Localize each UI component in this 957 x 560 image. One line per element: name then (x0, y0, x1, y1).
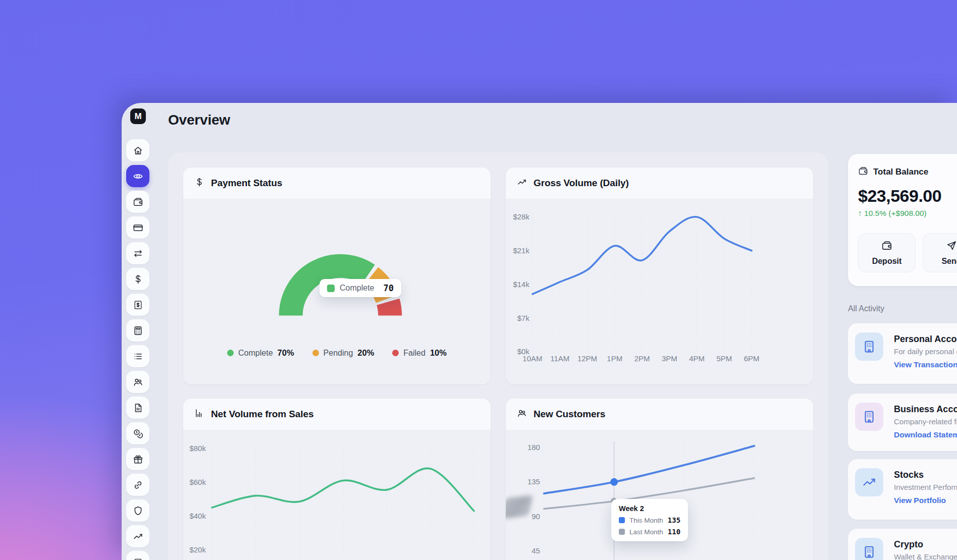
gauge-tooltip-value: 70 (383, 283, 393, 293)
series-label: This Month (629, 517, 663, 524)
total-balance-amount: $23,569.00 (858, 186, 957, 206)
gross-volume-body: $28k$21k$14k$7k$0k10AM11AM12PM1PM2PM3PM4… (506, 199, 813, 384)
laptop-icon (133, 557, 143, 560)
week-tooltip-row: This Month135 (619, 516, 680, 524)
sidebar-item-laptop[interactable] (126, 551, 149, 560)
wallet-icon (133, 197, 143, 207)
series-swatch (619, 529, 625, 535)
building-icon (855, 332, 883, 361)
gauge-tooltip-label: Complete (340, 284, 374, 293)
activity-title: Personal Account (894, 334, 957, 345)
users-icon (133, 377, 143, 387)
activity-text: CryptoWallet & Exchange (894, 536, 957, 560)
list-icon (133, 351, 143, 362)
gauge-tooltip-swatch (327, 285, 335, 292)
coins-icon (133, 428, 143, 439)
deposit-button[interactable]: Deposit (858, 233, 916, 272)
action-label: Deposit (872, 257, 902, 266)
activity-title: Crypto (894, 539, 957, 550)
payment-status-body: Complete 70 Complete70%Pending20%Failed1… (183, 199, 491, 384)
gross-volume-chart[interactable]: $28k$21k$14k$7k$0k10AM11AM12PM1PM2PM3PM4… (506, 199, 813, 384)
gauge-legend: Complete70%Pending20%Failed10% (183, 348, 491, 358)
activity-link[interactable]: Download Statements (894, 430, 957, 439)
trend-icon (133, 531, 143, 542)
svg-text:$7k: $7k (517, 314, 530, 322)
app-logo[interactable]: M (130, 108, 146, 124)
activity-list: Personal AccountFor daily personal expen… (848, 323, 957, 560)
total-balance-change: ↑ 10.5% (+$908.00) (858, 209, 957, 218)
activity-text: Business AccountCompany-related finances… (894, 401, 957, 439)
legend-dot (392, 350, 399, 356)
sidebar-item-calculator[interactable] (126, 319, 149, 342)
sidebar (126, 139, 149, 560)
right-panel: Total Balance $23,569.00 ↑ 10.5% (+$908.… (848, 154, 957, 560)
svg-text:2PM: 2PM (634, 354, 650, 363)
sidebar-item-invoice[interactable] (126, 294, 149, 316)
payment-status-header: Payment Status (183, 167, 491, 199)
activity-link[interactable]: View Portfolio (894, 496, 957, 505)
activity-card-stocks[interactable]: StocksInvestment PerformanceView Portfol… (848, 459, 957, 520)
new-customers-card: New Customers 1801359045 Week 2 This Mon… (506, 399, 813, 560)
sidebar-item-wallet[interactable] (126, 191, 149, 213)
gift-icon (133, 454, 143, 465)
sidebar-item-coins[interactable] (126, 422, 149, 444)
new-customers-body: 1801359045 Week 2 This Month135Last Mont… (506, 430, 813, 560)
new-customers-title: New Customers (534, 409, 605, 420)
svg-text:45: 45 (531, 546, 540, 555)
sidebar-item-eye[interactable] (126, 165, 149, 187)
svg-text:180: 180 (527, 443, 540, 452)
legend-label: Failed (403, 349, 426, 358)
net-volume-body: $80k$60k$40k$20k (183, 430, 491, 560)
sidebar-item-link[interactable] (126, 474, 149, 496)
svg-text:135: 135 (527, 477, 540, 486)
sidebar-item-trend[interactable] (126, 525, 149, 547)
sidebar-item-dollar[interactable] (126, 268, 149, 290)
svg-text:3PM: 3PM (662, 354, 677, 363)
svg-text:$40k: $40k (189, 512, 206, 520)
charts-container: Payment Status Complete 70 Complete70%Pe… (168, 152, 828, 560)
activity-card-personal-account[interactable]: Personal AccountFor daily personal expen… (848, 323, 957, 384)
activity-title: Business Account (894, 404, 957, 415)
all-activity-label: All Activity (848, 304, 957, 313)
total-balance-card: Total Balance $23,569.00 ↑ 10.5% (+$908.… (848, 154, 957, 286)
legend-value: 20% (357, 348, 374, 358)
sidebar-item-credit-card[interactable] (126, 216, 149, 239)
svg-text:$80k: $80k (189, 444, 206, 453)
activity-card-crypto[interactable]: CryptoWallet & Exchange (848, 529, 957, 560)
svg-text:$21k: $21k (513, 246, 529, 255)
calculator-icon (133, 325, 143, 336)
building-icon (855, 403, 883, 431)
legend-item-pending: Pending20% (312, 348, 375, 358)
sidebar-item-document[interactable] (126, 397, 149, 419)
svg-text:$28k: $28k (513, 212, 529, 221)
legend-label: Pending (324, 349, 353, 358)
series-value: 110 (668, 528, 680, 536)
net-volume-chart[interactable]: $80k$60k$40k$20k (183, 430, 491, 560)
sidebar-item-gift[interactable] (126, 448, 149, 470)
week-tooltip-title: Week 2 (619, 505, 680, 513)
bar-chart-icon (194, 408, 204, 420)
activity-card-business-account[interactable]: Business AccountCompany-related finances… (848, 394, 957, 451)
series-swatch (619, 517, 625, 523)
svg-text:$20k: $20k (189, 545, 206, 554)
sidebar-item-users[interactable] (126, 371, 149, 393)
svg-text:11AM: 11AM (550, 354, 569, 363)
sidebar-item-list[interactable] (126, 345, 149, 367)
dollar-icon (133, 274, 143, 285)
legend-value: 70% (278, 348, 294, 358)
series-value: 135 (668, 516, 680, 524)
legend-dot (312, 350, 319, 356)
dollar-icon (194, 177, 204, 189)
sidebar-item-home[interactable] (126, 139, 149, 161)
activity-link[interactable]: View Transactions (894, 360, 957, 369)
legend-dot (227, 350, 234, 356)
activity-title: Stocks (894, 470, 957, 480)
sidebar-item-transfers[interactable] (126, 242, 149, 264)
net-volume-title: Net Volume from Sales (211, 409, 313, 420)
sidebar-item-shield[interactable] (126, 499, 149, 522)
dashboard-screen: { "app": { "logo_letter": "M", "title": … (0, 0, 957, 560)
svg-text:1PM: 1PM (607, 354, 622, 363)
payment-status-card: Payment Status Complete 70 Complete70%Pe… (183, 167, 491, 384)
send-button[interactable]: Send (923, 233, 957, 272)
invoice-icon (133, 300, 143, 310)
